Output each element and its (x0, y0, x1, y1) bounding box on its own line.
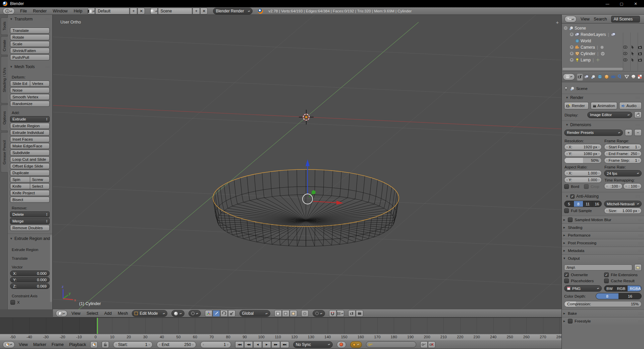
tool-button[interactable]: Noise (10, 87, 50, 93)
viewport-shading-select[interactable]: ▴▾ (171, 310, 184, 317)
aa-filter-select[interactable]: Mitchell-Netravali▴▾ (604, 201, 642, 207)
viewport-3d[interactable]: zyx User Ortho (1) Cylinder + (53, 15, 561, 309)
color-depth-option[interactable]: 8 (596, 293, 619, 299)
active-keying-set-field[interactable] (366, 341, 416, 348)
orientation-select[interactable]: Global▴▾ (239, 310, 270, 317)
menu-item[interactable]: File (20, 9, 27, 13)
layout-close-button[interactable]: ✕ (138, 8, 145, 14)
outliner-row-cylinder[interactable]: + Cylinder| (564, 50, 643, 57)
visibility-eye-icon[interactable] (623, 46, 628, 49)
editor-type-button[interactable]: i▴▾ (3, 8, 15, 14)
menu-item[interactable]: View (71, 311, 80, 316)
tool-button[interactable]: Randomize (10, 101, 50, 107)
opengl-render-anim-button[interactable] (356, 310, 363, 317)
tool-button[interactable]: Rotate (10, 34, 50, 40)
close-button[interactable]: ✕ (630, 2, 641, 6)
maximize-button[interactable]: ▢ (616, 2, 627, 6)
resolution-x-field[interactable]: ‹X:1920 px› (564, 144, 602, 150)
crop-checkbox[interactable] (584, 184, 589, 189)
mode-select[interactable]: Edit Mode▴▾ (132, 310, 167, 317)
collapsed-panel[interactable]: ►Shading:::: (562, 223, 644, 231)
playback-button[interactable]: ▶▶ (271, 341, 280, 348)
panel-header-anti-aliasing[interactable]: ▼Anti-Aliasing:::: (564, 194, 642, 199)
preset-remove-button[interactable]: − (634, 129, 642, 136)
resolution-y-field[interactable]: ‹Y:1080 px› (564, 151, 602, 157)
collapsed-panel[interactable]: ►Performance:::: (562, 231, 644, 239)
menu-item[interactable]: Select (87, 311, 98, 316)
tab-render-layers[interactable] (584, 73, 590, 81)
scene-name-field[interactable]: Scene (158, 8, 192, 14)
editor-type-button[interactable]: ▴▾ (56, 310, 67, 317)
tab-texture[interactable] (637, 73, 643, 81)
remap-new-field[interactable]: ‹: 100› (623, 183, 642, 189)
output-checkbox-row[interactable]: Cache Result (604, 279, 642, 283)
aa-sample-option[interactable]: 5 (565, 201, 574, 207)
manipulator-translate-button[interactable] (213, 310, 220, 317)
tool-button[interactable]: Extrude Individual (10, 130, 50, 136)
panel-header-operator[interactable]: ▼Extrude Region and (8, 236, 52, 241)
preset-add-button[interactable]: + (625, 129, 632, 136)
playback-button[interactable]: ▶▶| (280, 341, 289, 348)
output-checkbox-row[interactable]: Overwrite (564, 272, 602, 277)
manipulator-axis-icon[interactable] (205, 310, 212, 317)
display-select[interactable]: Image Editor▴▾ (587, 112, 632, 118)
constraint-x-checkbox[interactable] (10, 300, 15, 305)
tab-grease-pencil[interactable]: Grease Pencil (1, 132, 8, 172)
outliner-row-lamp[interactable]: + Lamp| (564, 57, 643, 63)
output-checkbox-row[interactable]: Placeholders (564, 279, 602, 283)
panel-header-transform[interactable]: ▼Transform:::: (8, 17, 51, 21)
tool-button[interactable]: Inset Faces (10, 136, 50, 142)
tool-button[interactable]: Extrude (10, 116, 50, 122)
current-frame-field[interactable]: ‹1› (200, 341, 231, 348)
playback-button[interactable]: |◀◀ (235, 341, 244, 348)
collapsed-panel[interactable]: ►Metadata:::: (562, 247, 644, 254)
remap-old-field[interactable]: ‹:100› (604, 183, 623, 189)
border-checkbox[interactable] (564, 184, 569, 189)
tool-button[interactable]: Scale (10, 41, 50, 47)
editor-type-button[interactable]: ▴▾ (565, 16, 577, 22)
current-frame-marker[interactable] (97, 318, 98, 334)
end-frame-field[interactable]: ‹End:250› (157, 341, 196, 348)
tool-button[interactable]: Bisect (10, 197, 50, 203)
snap-magnet-button[interactable] (329, 310, 336, 317)
visibility-eye-icon[interactable] (623, 52, 628, 55)
color-mode-option[interactable]: RGB (615, 286, 628, 291)
compression-slider[interactable]: Compression: 15% (564, 301, 642, 307)
lock-frame-button[interactable] (102, 341, 109, 348)
full-sample-checkbox[interactable] (564, 208, 569, 213)
region-split-handle[interactable]: + (556, 19, 559, 25)
tab-data[interactable] (624, 73, 630, 81)
tab-create[interactable]: Create (1, 36, 8, 55)
outliner-display-select[interactable]: All Scenes (611, 16, 640, 22)
render-engine-select[interactable]: Blender Render▴▾ (213, 8, 253, 14)
collapsed-panel[interactable]: ►Bake:::: (562, 309, 644, 317)
render-animation-button[interactable]: Animation (591, 102, 617, 109)
timeline-ruler[interactable]: -50-40-30-20-100102030405060708090100110… (0, 334, 561, 340)
tool-button[interactable]: Merge (10, 218, 50, 224)
menu-item[interactable]: Marker (33, 342, 46, 347)
renderability-camera-icon[interactable] (638, 52, 642, 55)
tool-button[interactable]: Loop Cut and Slide (10, 156, 50, 162)
timeline-canvas[interactable]: -50-40-30-20-100102030405060708090100110… (0, 317, 561, 340)
editor-type-button[interactable]: ▴▾ (563, 73, 575, 80)
renderability-camera-icon[interactable] (638, 58, 642, 62)
render-audio-button[interactable]: Audio (619, 102, 642, 109)
end-frame-field[interactable]: ‹End Frame:250› (604, 151, 642, 157)
tool-button[interactable]: Shrink/Fatten (10, 48, 50, 54)
vector-field[interactable]: X:0.000 (10, 270, 50, 276)
output-checkbox-row[interactable]: File Extensions (604, 272, 642, 277)
file-format-select[interactable]: PNG▴▾ (564, 285, 602, 292)
menu-item-search[interactable]: Search (594, 17, 607, 21)
snap-target-select[interactable]: ▴▾ (337, 310, 344, 317)
manipulator-rotate-button[interactable] (220, 310, 228, 317)
outliner-row-camera[interactable]: + Camera| (564, 44, 643, 50)
pin-icon[interactable] (564, 87, 568, 91)
layout-browse-button[interactable]: ▴▾ (88, 8, 95, 14)
tool-button[interactable]: Make Edge/Face (10, 143, 50, 149)
collapsed-panel[interactable]: ►Sampled Motion Blur:::: (562, 216, 644, 223)
tool-button[interactable]: KnifeSelect (10, 183, 50, 189)
aa-sample-option[interactable]: 8 (574, 201, 583, 207)
aspect-y-field[interactable]: ‹Y:1.000› (564, 177, 602, 183)
selectability-cursor-icon[interactable] (631, 45, 634, 49)
delete-keyframe-button[interactable] (428, 341, 435, 348)
